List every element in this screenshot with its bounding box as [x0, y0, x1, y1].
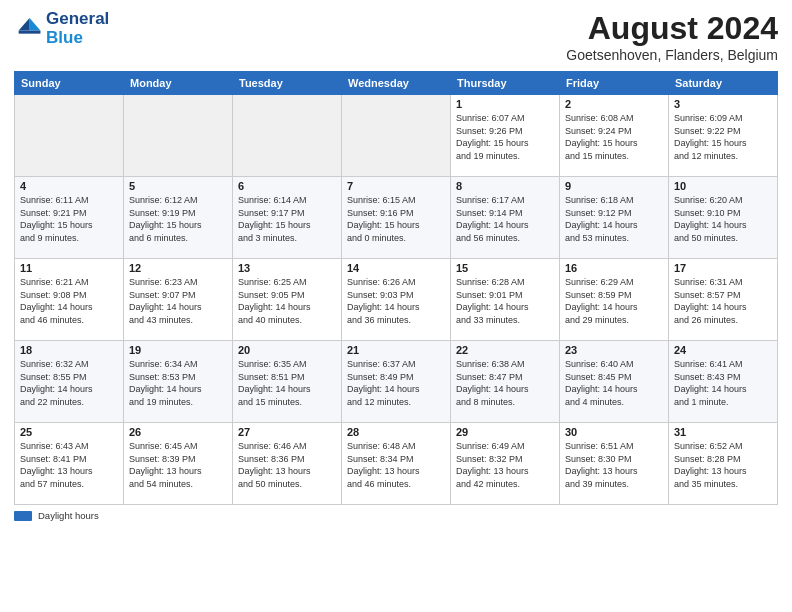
header: General Blue August 2024 Goetsenhoven, F…	[14, 10, 778, 63]
day-number: 15	[456, 262, 554, 274]
footer-label: Daylight hours	[38, 510, 99, 521]
day-info: Sunrise: 6:41 AM Sunset: 8:43 PM Dayligh…	[674, 358, 772, 408]
day-info: Sunrise: 6:40 AM Sunset: 8:45 PM Dayligh…	[565, 358, 663, 408]
logo: General Blue	[14, 10, 109, 47]
day-number: 10	[674, 180, 772, 192]
calendar-cell: 14Sunrise: 6:26 AM Sunset: 9:03 PM Dayli…	[342, 259, 451, 341]
day-info: Sunrise: 6:15 AM Sunset: 9:16 PM Dayligh…	[347, 194, 445, 244]
calendar-cell: 25Sunrise: 6:43 AM Sunset: 8:41 PM Dayli…	[15, 423, 124, 505]
day-info: Sunrise: 6:23 AM Sunset: 9:07 PM Dayligh…	[129, 276, 227, 326]
calendar-header-row: Sunday Monday Tuesday Wednesday Thursday…	[15, 72, 778, 95]
calendar-cell: 1Sunrise: 6:07 AM Sunset: 9:26 PM Daylig…	[451, 95, 560, 177]
logo-icon	[14, 15, 42, 43]
calendar-cell: 4Sunrise: 6:11 AM Sunset: 9:21 PM Daylig…	[15, 177, 124, 259]
col-thursday: Thursday	[451, 72, 560, 95]
calendar-cell: 9Sunrise: 6:18 AM Sunset: 9:12 PM Daylig…	[560, 177, 669, 259]
month-year: August 2024	[566, 10, 778, 47]
day-number: 6	[238, 180, 336, 192]
calendar-cell: 15Sunrise: 6:28 AM Sunset: 9:01 PM Dayli…	[451, 259, 560, 341]
calendar-cell: 3Sunrise: 6:09 AM Sunset: 9:22 PM Daylig…	[669, 95, 778, 177]
day-number: 27	[238, 426, 336, 438]
day-number: 13	[238, 262, 336, 274]
location: Goetsenhoven, Flanders, Belgium	[566, 47, 778, 63]
calendar-cell: 2Sunrise: 6:08 AM Sunset: 9:24 PM Daylig…	[560, 95, 669, 177]
calendar-week-row: 25Sunrise: 6:43 AM Sunset: 8:41 PM Dayli…	[15, 423, 778, 505]
day-info: Sunrise: 6:49 AM Sunset: 8:32 PM Dayligh…	[456, 440, 554, 490]
day-number: 8	[456, 180, 554, 192]
day-info: Sunrise: 6:48 AM Sunset: 8:34 PM Dayligh…	[347, 440, 445, 490]
day-number: 20	[238, 344, 336, 356]
calendar-cell: 5Sunrise: 6:12 AM Sunset: 9:19 PM Daylig…	[124, 177, 233, 259]
calendar-week-row: 4Sunrise: 6:11 AM Sunset: 9:21 PM Daylig…	[15, 177, 778, 259]
day-number: 1	[456, 98, 554, 110]
calendar-cell: 7Sunrise: 6:15 AM Sunset: 9:16 PM Daylig…	[342, 177, 451, 259]
day-info: Sunrise: 6:45 AM Sunset: 8:39 PM Dayligh…	[129, 440, 227, 490]
day-info: Sunrise: 6:43 AM Sunset: 8:41 PM Dayligh…	[20, 440, 118, 490]
footer-note: Daylight hours	[14, 510, 778, 521]
col-tuesday: Tuesday	[233, 72, 342, 95]
calendar-cell: 30Sunrise: 6:51 AM Sunset: 8:30 PM Dayli…	[560, 423, 669, 505]
day-number: 2	[565, 98, 663, 110]
col-wednesday: Wednesday	[342, 72, 451, 95]
day-number: 14	[347, 262, 445, 274]
day-number: 3	[674, 98, 772, 110]
day-number: 18	[20, 344, 118, 356]
svg-marker-1	[19, 18, 30, 30]
calendar-cell: 22Sunrise: 6:38 AM Sunset: 8:47 PM Dayli…	[451, 341, 560, 423]
day-info: Sunrise: 6:37 AM Sunset: 8:49 PM Dayligh…	[347, 358, 445, 408]
calendar-cell: 26Sunrise: 6:45 AM Sunset: 8:39 PM Dayli…	[124, 423, 233, 505]
day-info: Sunrise: 6:17 AM Sunset: 9:14 PM Dayligh…	[456, 194, 554, 244]
day-number: 7	[347, 180, 445, 192]
day-info: Sunrise: 6:46 AM Sunset: 8:36 PM Dayligh…	[238, 440, 336, 490]
calendar-cell: 29Sunrise: 6:49 AM Sunset: 8:32 PM Dayli…	[451, 423, 560, 505]
day-number: 24	[674, 344, 772, 356]
day-info: Sunrise: 6:31 AM Sunset: 8:57 PM Dayligh…	[674, 276, 772, 326]
day-info: Sunrise: 6:07 AM Sunset: 9:26 PM Dayligh…	[456, 112, 554, 162]
calendar-cell: 10Sunrise: 6:20 AM Sunset: 9:10 PM Dayli…	[669, 177, 778, 259]
day-number: 30	[565, 426, 663, 438]
calendar-week-row: 11Sunrise: 6:21 AM Sunset: 9:08 PM Dayli…	[15, 259, 778, 341]
calendar: Sunday Monday Tuesday Wednesday Thursday…	[14, 71, 778, 505]
calendar-cell	[342, 95, 451, 177]
calendar-cell: 16Sunrise: 6:29 AM Sunset: 8:59 PM Dayli…	[560, 259, 669, 341]
day-number: 12	[129, 262, 227, 274]
col-sunday: Sunday	[15, 72, 124, 95]
calendar-cell: 17Sunrise: 6:31 AM Sunset: 8:57 PM Dayli…	[669, 259, 778, 341]
day-info: Sunrise: 6:21 AM Sunset: 9:08 PM Dayligh…	[20, 276, 118, 326]
day-info: Sunrise: 6:26 AM Sunset: 9:03 PM Dayligh…	[347, 276, 445, 326]
title-block: August 2024 Goetsenhoven, Flanders, Belg…	[566, 10, 778, 63]
day-number: 4	[20, 180, 118, 192]
col-monday: Monday	[124, 72, 233, 95]
calendar-week-row: 1Sunrise: 6:07 AM Sunset: 9:26 PM Daylig…	[15, 95, 778, 177]
day-number: 21	[347, 344, 445, 356]
calendar-cell: 11Sunrise: 6:21 AM Sunset: 9:08 PM Dayli…	[15, 259, 124, 341]
calendar-cell	[15, 95, 124, 177]
page: General Blue August 2024 Goetsenhoven, F…	[0, 0, 792, 612]
logo-text-line1: General	[46, 10, 109, 29]
calendar-cell: 24Sunrise: 6:41 AM Sunset: 8:43 PM Dayli…	[669, 341, 778, 423]
col-friday: Friday	[560, 72, 669, 95]
footer-bar-icon	[14, 511, 32, 521]
day-info: Sunrise: 6:29 AM Sunset: 8:59 PM Dayligh…	[565, 276, 663, 326]
calendar-week-row: 18Sunrise: 6:32 AM Sunset: 8:55 PM Dayli…	[15, 341, 778, 423]
day-number: 9	[565, 180, 663, 192]
calendar-cell: 31Sunrise: 6:52 AM Sunset: 8:28 PM Dayli…	[669, 423, 778, 505]
day-info: Sunrise: 6:09 AM Sunset: 9:22 PM Dayligh…	[674, 112, 772, 162]
day-number: 23	[565, 344, 663, 356]
day-info: Sunrise: 6:52 AM Sunset: 8:28 PM Dayligh…	[674, 440, 772, 490]
day-number: 16	[565, 262, 663, 274]
day-info: Sunrise: 6:51 AM Sunset: 8:30 PM Dayligh…	[565, 440, 663, 490]
calendar-cell: 27Sunrise: 6:46 AM Sunset: 8:36 PM Dayli…	[233, 423, 342, 505]
calendar-cell	[124, 95, 233, 177]
calendar-cell	[233, 95, 342, 177]
calendar-cell: 20Sunrise: 6:35 AM Sunset: 8:51 PM Dayli…	[233, 341, 342, 423]
day-number: 29	[456, 426, 554, 438]
calendar-cell: 6Sunrise: 6:14 AM Sunset: 9:17 PM Daylig…	[233, 177, 342, 259]
day-info: Sunrise: 6:11 AM Sunset: 9:21 PM Dayligh…	[20, 194, 118, 244]
day-info: Sunrise: 6:34 AM Sunset: 8:53 PM Dayligh…	[129, 358, 227, 408]
day-number: 19	[129, 344, 227, 356]
day-number: 31	[674, 426, 772, 438]
svg-marker-0	[30, 18, 41, 30]
day-number: 25	[20, 426, 118, 438]
day-info: Sunrise: 6:32 AM Sunset: 8:55 PM Dayligh…	[20, 358, 118, 408]
